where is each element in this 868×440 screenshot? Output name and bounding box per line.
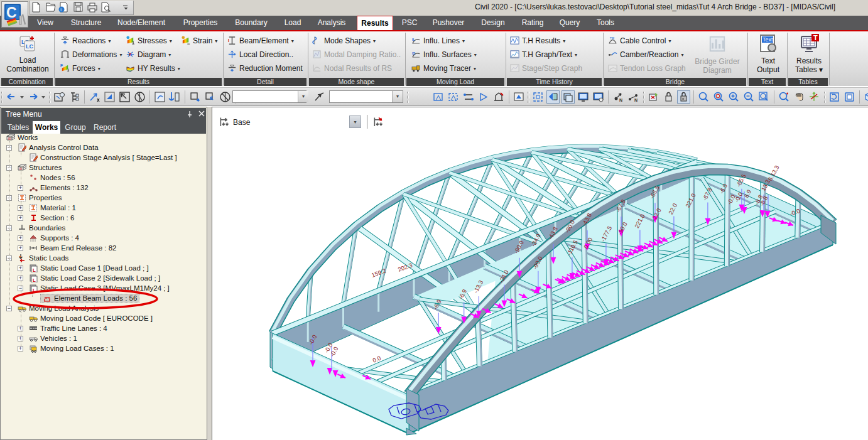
svg-text:F: F <box>60 63 63 68</box>
svg-text:IS: IS <box>412 51 416 55</box>
svg-text:IL: IL <box>412 38 416 41</box>
svg-text:LC: LC <box>26 43 33 50</box>
svg-text:TR: TR <box>610 36 614 40</box>
svg-text:T: T <box>813 34 818 41</box>
svg-text:N: N <box>619 98 622 102</box>
svg-text:Text: Text <box>762 36 773 43</box>
svg-text:L: L <box>33 277 36 283</box>
svg-text:L: L <box>33 267 36 273</box>
svg-text:N: N <box>634 98 637 102</box>
svg-text:I: I <box>228 38 229 43</box>
svg-text:202.3: 202.3 <box>397 261 413 272</box>
svg-text:Y: Y <box>129 52 132 56</box>
svg-text:159.2: 159.2 <box>371 267 387 278</box>
